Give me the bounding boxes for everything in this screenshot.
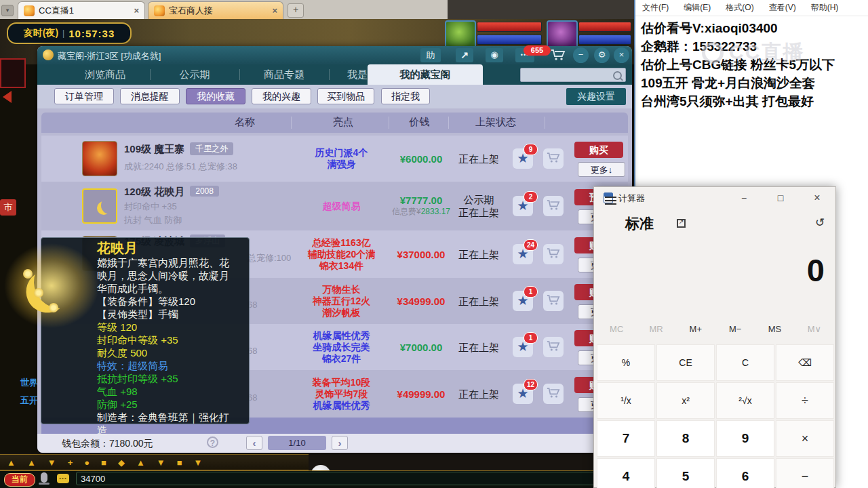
- tab-browse-goods[interactable]: 浏览商品: [64, 64, 146, 85]
- search-input[interactable]: [520, 68, 626, 82]
- digit-7-key[interactable]: 7: [597, 420, 655, 457]
- tab-my-cbg[interactable]: 我的藏宝阁: [368, 64, 483, 85]
- menu-edit[interactable]: 编辑(E): [684, 2, 711, 14]
- item-row[interactable]: 109级 魔王寨千里之外 成就:2240 总修:51 总宠修:38 历史门派4个…: [41, 136, 628, 182]
- add-to-cart-button[interactable]: [543, 196, 564, 216]
- calculator-titlebar[interactable]: 计算器 − □ ×: [594, 187, 835, 209]
- chat-channel-world[interactable]: 世界: [20, 377, 38, 389]
- square-root-key[interactable]: ²√x: [716, 382, 774, 419]
- memory-clear-button[interactable]: MC: [597, 324, 636, 334]
- add-to-cart-button[interactable]: [543, 291, 564, 311]
- menu-file[interactable]: 文件(F): [642, 2, 669, 14]
- share-icon[interactable]: ▲: [136, 458, 145, 467]
- subtab-my-favorites[interactable]: 我的收藏: [186, 88, 245, 104]
- subtab-purchased-items[interactable]: 买到物品: [317, 88, 374, 104]
- party-avatar[interactable]: [445, 20, 476, 49]
- search-icon[interactable]: ●: [84, 458, 90, 467]
- menu-format[interactable]: 格式(O): [726, 2, 753, 14]
- chat-icon[interactable]: ▼: [157, 458, 165, 467]
- item-row[interactable]: 120级 花映月2008 封印命中 +35 抗封 气血 防御 超级简易 ¥777…: [41, 182, 628, 230]
- square-key[interactable]: x²: [656, 382, 715, 419]
- down-arrow-icon[interactable]: ▼: [47, 458, 56, 467]
- share-icon[interactable]: ↗: [456, 48, 473, 62]
- subtab-message-alerts[interactable]: 消息提醒: [120, 88, 180, 104]
- move-icon[interactable]: +: [68, 458, 73, 467]
- file-icon[interactable]: ■: [101, 458, 106, 467]
- subtab-order-management[interactable]: 订单管理: [54, 88, 114, 104]
- favorite-star-button[interactable]: ★ 2: [513, 196, 533, 216]
- menu-hamburger-icon[interactable]: [605, 197, 616, 205]
- digit-8-key[interactable]: 8: [656, 420, 715, 457]
- tab-close-icon[interactable]: ×: [272, 5, 277, 16]
- minimize-button[interactable]: −: [573, 47, 589, 63]
- minimize-button[interactable]: −: [728, 187, 760, 209]
- chat-input[interactable]: [76, 472, 617, 485]
- maximize-button[interactable]: □: [765, 187, 796, 209]
- favorite-star-button[interactable]: ★ 1: [513, 337, 533, 357]
- favorite-star-button[interactable]: ★ 1: [513, 291, 533, 311]
- lock-icon[interactable]: ◆: [118, 458, 125, 467]
- notepad-text[interactable]: 估价看号V:xiaoqi03400 企鹅群：155322733 估价上号CBG链…: [635, 16, 868, 113]
- record-icon[interactable]: ◉: [486, 48, 503, 62]
- collapse-arrow-icon[interactable]: [3, 91, 12, 103]
- favorite-star-button[interactable]: ★ 24: [513, 244, 533, 264]
- digit-9-key[interactable]: 9: [716, 420, 774, 457]
- memory-list-button[interactable]: M∨: [795, 324, 834, 334]
- close-button[interactable]: ×: [802, 187, 833, 209]
- clear-key[interactable]: C: [716, 344, 774, 381]
- chat-bubble-icon[interactable]: •••: [57, 474, 69, 483]
- up-arrow-icon[interactable]: ▲: [7, 458, 16, 467]
- clear-entry-key[interactable]: CE: [656, 344, 715, 381]
- digit-4-key[interactable]: 4: [597, 458, 655, 488]
- backspace-key[interactable]: ⌫: [776, 344, 834, 381]
- memory-subtract-button[interactable]: M−: [715, 324, 755, 334]
- memory-recall-button[interactable]: MR: [636, 324, 675, 334]
- subtract-key[interactable]: −: [776, 458, 834, 488]
- add-to-cart-button[interactable]: [543, 337, 564, 357]
- cart-icon[interactable]: [551, 49, 566, 64]
- bracelet-item-icon[interactable]: [82, 188, 117, 224]
- tab-gem-merchant[interactable]: 宝石商人接 ×: [148, 1, 283, 19]
- up-arrow-icon[interactable]: ▲: [27, 458, 36, 467]
- add-to-cart-button[interactable]: [543, 384, 564, 404]
- microphone-icon[interactable]: [41, 472, 47, 483]
- history-icon[interactable]: ↺: [815, 216, 825, 230]
- subtab-assigned-to-me[interactable]: 指定我: [381, 88, 430, 104]
- keep-on-top-icon[interactable]: [677, 219, 686, 228]
- chat-channel-current-button[interactable]: 当前: [4, 473, 35, 487]
- digit-6-key[interactable]: 6: [716, 458, 774, 488]
- chat-channel-five[interactable]: 五开: [20, 394, 38, 407]
- tab-public-period[interactable]: 公示期: [154, 64, 235, 85]
- menu-help[interactable]: 帮助(H): [811, 2, 839, 14]
- more-button[interactable]: 更多↓: [578, 162, 625, 177]
- digit-5-key[interactable]: 5: [656, 458, 715, 488]
- add-to-cart-button[interactable]: [543, 148, 564, 169]
- favorite-star-button[interactable]: ★ 12: [513, 384, 533, 404]
- help-question-icon[interactable]: ?: [207, 436, 218, 448]
- subtab-my-interests[interactable]: 我的兴趣: [252, 88, 311, 104]
- menu-view[interactable]: 查看(V): [769, 2, 796, 14]
- character-avatar[interactable]: [82, 141, 117, 176]
- calculator-mode-label[interactable]: 标准: [625, 214, 654, 233]
- favorite-star-button[interactable]: ★ 9: [513, 148, 533, 169]
- multiply-key[interactable]: ×: [776, 420, 834, 457]
- add-to-cart-button[interactable]: [543, 244, 564, 264]
- tab-cc-live[interactable]: CC直播1 ×: [18, 1, 145, 19]
- interest-settings-button[interactable]: 兴趣设置: [566, 88, 626, 105]
- help-button[interactable]: 助: [420, 48, 441, 62]
- reciprocal-key[interactable]: ¹/x: [597, 382, 655, 419]
- next-page-button[interactable]: ›: [332, 436, 348, 450]
- tab-close-icon[interactable]: ×: [134, 5, 139, 16]
- tab-special-topics[interactable]: 商品专题: [243, 64, 325, 85]
- prev-page-button[interactable]: ‹: [246, 436, 262, 450]
- memory-add-button[interactable]: M+: [676, 324, 715, 334]
- memory-store-button[interactable]: MS: [755, 324, 794, 334]
- list-icon[interactable]: ■: [177, 458, 182, 467]
- settings-gear-icon[interactable]: ⚙: [594, 47, 610, 63]
- tab-scroll-button[interactable]: ▾: [1, 5, 14, 16]
- divide-key[interactable]: ÷: [776, 382, 834, 419]
- city-button[interactable]: 市: [0, 199, 16, 216]
- percent-key[interactable]: %: [597, 344, 655, 381]
- party-avatar[interactable]: [547, 20, 578, 49]
- close-button[interactable]: ×: [614, 47, 629, 63]
